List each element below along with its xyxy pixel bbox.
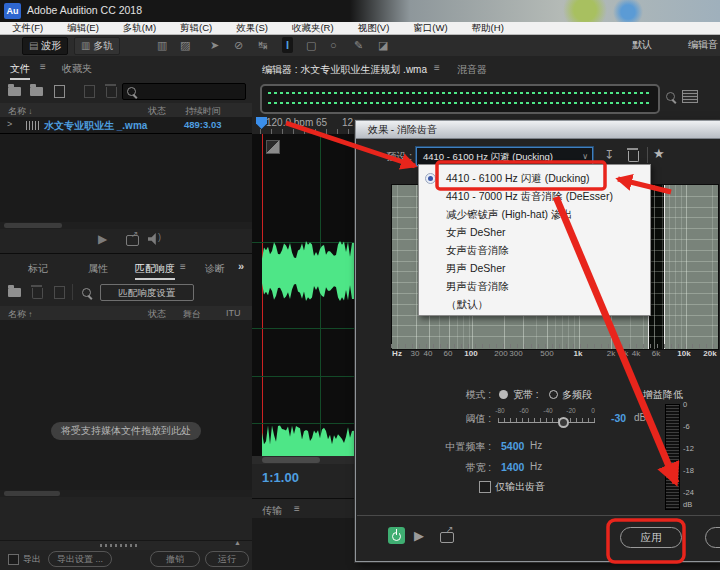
menu-file[interactable]: 文件(F) bbox=[0, 22, 55, 34]
editor-menu-button-icon[interactable] bbox=[682, 90, 698, 103]
frequency-axis: Hz 3040601002003005001k2k3k4k6k10k20k bbox=[356, 349, 720, 361]
menu-help[interactable]: 帮助(H) bbox=[460, 22, 516, 34]
slip-tool-icon[interactable]: ↹ bbox=[258, 37, 267, 53]
close-button-partial[interactable] bbox=[705, 527, 720, 548]
menu-effects[interactable]: 效果(S) bbox=[224, 22, 280, 34]
bandwidth-value[interactable]: 1400 bbox=[501, 461, 524, 473]
workspace-edit-button[interactable]: 编辑音 bbox=[682, 37, 720, 53]
threshold-slider-knob[interactable] bbox=[558, 417, 569, 428]
preset-option-7[interactable]: （默认） bbox=[446, 295, 488, 313]
multitrack-mode-button[interactable]: ▥ 多轨 bbox=[74, 37, 120, 55]
spectral-view-icon[interactable]: ▨ bbox=[180, 37, 190, 53]
meter-tick-dB: dB bbox=[683, 500, 692, 509]
preset-option-5[interactable]: 男声 DeSher bbox=[446, 259, 506, 277]
file-row[interactable]: > 水文专业职业生 _.wma 489:3.03 bbox=[0, 118, 252, 134]
tab-diagnostics[interactable]: 诊断 bbox=[205, 262, 225, 276]
delete-preset-icon[interactable] bbox=[628, 151, 639, 162]
play-icon[interactable]: ▶ bbox=[98, 232, 107, 246]
threshold-value[interactable]: -30 bbox=[611, 412, 626, 424]
collapse-up-icon[interactable]: ▲ bbox=[234, 539, 241, 546]
loudness-panel-menu-icon[interactable]: ≡ bbox=[180, 261, 186, 272]
menu-favorites[interactable]: 收藏夹(R) bbox=[280, 22, 346, 34]
menu-multitrack[interactable]: 多轨(M) bbox=[111, 22, 168, 34]
delete-file-icon[interactable] bbox=[106, 87, 117, 98]
save-preset-icon[interactable]: ↧ bbox=[604, 148, 614, 162]
grid-line bbox=[392, 336, 718, 337]
tab-mixer[interactable]: 混音器 bbox=[457, 63, 487, 77]
marquee-tool-icon[interactable]: ▢ bbox=[306, 37, 316, 53]
overview-strip[interactable] bbox=[260, 84, 660, 114]
file-name[interactable]: 水文专业职业生 _.wma bbox=[44, 119, 147, 133]
transport-menu-icon[interactable]: ≡ bbox=[294, 503, 300, 514]
undo-button[interactable]: 撤销 bbox=[150, 551, 200, 567]
import-file-icon[interactable] bbox=[30, 87, 43, 96]
preset-option-0[interactable]: 4410 - 6100 Hz 闪避 (Ducking) bbox=[446, 169, 590, 187]
search-input[interactable] bbox=[122, 83, 246, 100]
preset-option-3[interactable]: 女声 DeSher bbox=[446, 223, 506, 241]
razor-tool-icon[interactable]: ⊘ bbox=[234, 37, 243, 53]
time-selection-tool-icon[interactable]: ➤ bbox=[210, 37, 219, 53]
tab-properties[interactable]: 属性 bbox=[88, 262, 108, 276]
run-button[interactable]: 运行 bbox=[205, 551, 249, 567]
waveform-view-icon[interactable]: ▥ bbox=[157, 37, 167, 53]
dialog-title-bar[interactable]: 效果 - 消除齿音 bbox=[356, 121, 720, 139]
menu-window[interactable]: 窗口(W) bbox=[401, 22, 459, 34]
tab-editor[interactable]: 编辑器 : 水文专业职业生涯规划 .wma bbox=[262, 63, 427, 77]
export-checkbox[interactable] bbox=[8, 554, 19, 565]
new-file-icon[interactable] bbox=[54, 85, 65, 98]
panel-resize-bar[interactable]: ▲ bbox=[0, 540, 252, 550]
menu-edit[interactable]: 编辑(E) bbox=[55, 22, 111, 34]
grid-line bbox=[397, 185, 398, 349]
loudness-list[interactable]: 将受支持媒体文件拖放到此处 bbox=[0, 320, 252, 490]
mode-multiband-radio[interactable] bbox=[549, 390, 558, 399]
workspace-default-button[interactable]: 默认 bbox=[626, 37, 658, 53]
center-freq-value[interactable]: 5400 bbox=[501, 440, 524, 452]
favorite-star-icon[interactable]: ★ bbox=[653, 146, 665, 161]
tab-files[interactable]: 文件 bbox=[10, 62, 30, 80]
tab-match-loudness[interactable]: 匹配响度 bbox=[135, 262, 175, 280]
insert-multitrack-icon[interactable] bbox=[84, 85, 95, 98]
tab-markers[interactable]: 标记 bbox=[28, 262, 48, 276]
freq-tick-30: 30 bbox=[411, 349, 420, 358]
threshold-slider-track[interactable] bbox=[498, 422, 595, 423]
power-toggle-button[interactable] bbox=[388, 527, 405, 544]
files-panel-menu-icon[interactable]: ≡ bbox=[40, 61, 46, 72]
loudness-panel: ≡ » 匹配响度设置 名称 ↑状态舞台ITU 将受支持媒体文件拖放到此处 ▲ 导… bbox=[0, 253, 253, 570]
export-settings-button[interactable]: 导出设置 ... bbox=[48, 551, 112, 567]
preset-option-1[interactable]: 4410 - 7000 Hz 齿音消除 (DeEsser) bbox=[446, 187, 613, 205]
loudness-delete-icon[interactable] bbox=[32, 288, 43, 299]
loudness-settings-button[interactable]: 匹配响度设置 bbox=[100, 284, 194, 301]
lasso-tool-icon[interactable]: ○ bbox=[330, 37, 337, 53]
preset-option-4[interactable]: 女声齿音消除 bbox=[446, 241, 509, 259]
sibilance-only-checkbox[interactable] bbox=[479, 481, 491, 493]
loudness-open-icon[interactable] bbox=[8, 288, 21, 297]
tab-favorites[interactable]: 收藏夹 bbox=[62, 62, 92, 76]
files-hscrollbar[interactable] bbox=[0, 222, 252, 229]
channel-fold-icon[interactable] bbox=[266, 140, 280, 154]
zoom-tool-icon[interactable] bbox=[666, 92, 675, 101]
match-loudness-icon[interactable] bbox=[82, 288, 91, 297]
menu-view[interactable]: 视图(V) bbox=[346, 22, 402, 34]
overview-wave-right bbox=[268, 102, 650, 104]
preset-option-6[interactable]: 男声齿音消除 bbox=[446, 277, 509, 295]
mode-wideband-radio[interactable] bbox=[499, 390, 508, 399]
preset-option-2[interactable]: 减少镲钹声 (High-hat) 渗出 bbox=[446, 205, 572, 223]
ibeam-tool-icon[interactable]: I bbox=[282, 37, 293, 53]
menu-clip[interactable]: 剪辑(C) bbox=[168, 22, 224, 34]
apply-button[interactable]: 应用 bbox=[620, 527, 682, 548]
tabs-overflow-icon[interactable]: » bbox=[238, 260, 244, 272]
loudness-copy-icon[interactable] bbox=[54, 286, 65, 299]
stamp-tool-icon[interactable]: ◪ bbox=[378, 37, 388, 53]
freq-tick-4k: 4k bbox=[632, 349, 640, 358]
open-file-icon[interactable] bbox=[8, 87, 21, 96]
brush-tool-icon[interactable]: ✎ bbox=[354, 37, 363, 53]
waveform-mode-button[interactable]: ▤ 波形 bbox=[22, 37, 68, 55]
expand-chevron-icon[interactable]: > bbox=[7, 119, 12, 129]
combobox-caret-icon: ∨ bbox=[582, 148, 588, 165]
editor-panel-menu-icon[interactable]: ≡ bbox=[434, 62, 440, 73]
loudness-hscrollbar[interactable] bbox=[0, 490, 252, 497]
preview-play-icon[interactable]: ▶ bbox=[414, 528, 424, 543]
export-checkbox-label: 导出 bbox=[23, 553, 41, 566]
loudness-col-3[interactable]: ITU bbox=[226, 308, 241, 318]
grid-line bbox=[392, 325, 718, 326]
